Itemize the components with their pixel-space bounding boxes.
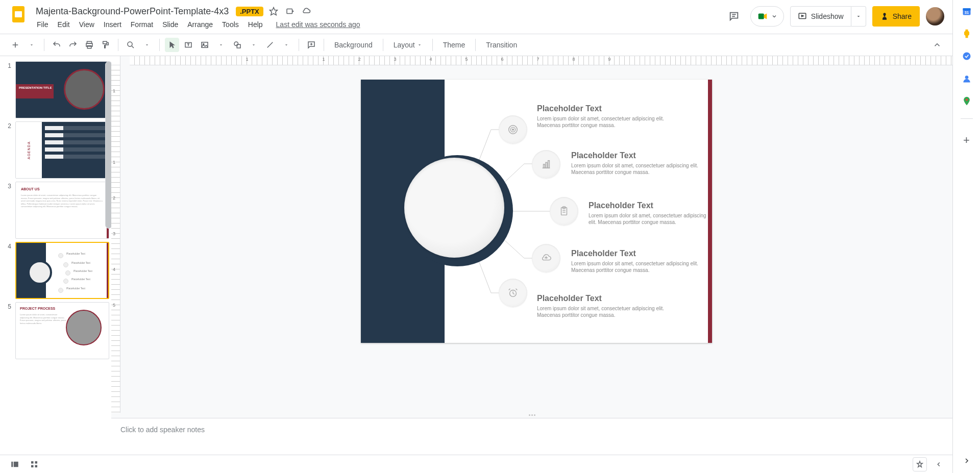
node-icon-target[interactable] <box>499 115 527 144</box>
node-icon-clipboard[interactable] <box>550 197 578 226</box>
layout-button[interactable]: Layout <box>388 38 427 52</box>
menu-format[interactable]: Format <box>127 18 157 31</box>
notes-resize-handle[interactable] <box>111 413 952 418</box>
print-button[interactable] <box>82 38 96 52</box>
background-button[interactable]: Background <box>329 38 378 52</box>
cloud-icon[interactable] <box>300 5 312 17</box>
explore-button[interactable] <box>913 457 927 471</box>
menu-file[interactable]: File <box>33 18 53 31</box>
tasks-icon[interactable] <box>962 51 972 61</box>
thumb-number: 2 <box>5 121 11 179</box>
last-edit[interactable]: Last edit was seconds ago <box>272 18 364 31</box>
calendar-icon[interactable]: 31 <box>962 6 972 16</box>
node-icon-clock[interactable] <box>499 279 527 307</box>
collapse-toolbar[interactable] <box>930 38 944 52</box>
slide[interactable]: Placeholder Text Lorem ipsum dolor sit a… <box>361 80 712 343</box>
select-tool[interactable] <box>165 38 179 52</box>
ruler-horizontal[interactable]: 1 1 2 3 4 5 6 7 8 9 <box>130 56 952 65</box>
svg-rect-1 <box>15 11 22 17</box>
svg-point-63 <box>963 53 970 60</box>
grid-view-button[interactable] <box>28 458 41 471</box>
node-icon-cloud[interactable] <box>532 244 560 272</box>
ruler-tick: 4 <box>113 267 115 272</box>
account-avatar[interactable] <box>926 7 944 26</box>
hide-panel-chevron[interactable] <box>933 459 944 470</box>
header: Majenta-Background-PowerPoint-Template-4… <box>0 0 952 34</box>
item-body: Lorem ipsum dolor sit amet, consectetuer… <box>571 162 709 176</box>
menu-help[interactable]: Help <box>244 18 267 31</box>
svg-marker-28 <box>220 44 222 45</box>
zoom-button[interactable] <box>124 38 138 52</box>
hide-side-panel[interactable] <box>962 456 972 466</box>
center-circle[interactable] <box>402 155 513 266</box>
svg-rect-6 <box>758 14 764 19</box>
slide-canvas[interactable]: Placeholder Text Lorem ipsum dolor sit a… <box>120 65 952 413</box>
item-body: Lorem ipsum dolor sit amet, consectetuer… <box>571 260 709 273</box>
image-dropdown[interactable] <box>214 38 228 52</box>
slide-item-4[interactable]: Placeholder Text Lorem ipsum dolor sit a… <box>571 249 709 273</box>
textbox-tool[interactable] <box>181 38 195 52</box>
svg-point-19 <box>128 42 132 46</box>
comments-icon[interactable] <box>724 6 744 27</box>
ruler-tick: 1 <box>113 160 115 165</box>
slides-logo[interactable] <box>8 4 29 24</box>
ruler-tick: 5 <box>113 303 115 308</box>
shape-dropdown[interactable] <box>247 38 261 52</box>
slide-item-3[interactable]: Placeholder Text Lorem ipsum dolor sit a… <box>589 201 712 226</box>
menu-tools[interactable]: Tools <box>218 18 243 31</box>
menu-edit[interactable]: Edit <box>54 18 74 31</box>
contacts-icon[interactable] <box>962 73 972 84</box>
keep-icon[interactable] <box>962 29 972 39</box>
svg-line-32 <box>267 42 273 48</box>
undo-button[interactable] <box>50 38 64 52</box>
slide-item-5[interactable]: Placeholder Text Lorem ipsum dolor sit a… <box>537 294 675 318</box>
slide-item-1[interactable]: Placeholder Text Lorem ipsum dolor sit a… <box>537 104 675 129</box>
thumb-number: 4 <box>5 242 11 299</box>
ruler-tick: 3 <box>113 231 115 236</box>
maps-icon[interactable] <box>962 96 972 106</box>
ruler-tick: 2 <box>113 195 115 201</box>
menu-insert[interactable]: Insert <box>100 18 126 31</box>
menu-view[interactable]: View <box>75 18 99 31</box>
ruler-tick: 2 <box>358 57 360 62</box>
slide-thumb-5[interactable]: 5 PROJECT PROCESS Lorem ipsum dolor sit … <box>5 302 109 359</box>
transition-button[interactable]: Transition <box>481 38 522 52</box>
paint-format-button[interactable] <box>99 38 113 52</box>
svg-point-64 <box>965 76 968 79</box>
slide-thumb-2[interactable]: 2 AGENDA <box>5 121 109 179</box>
slideshow-dropdown[interactable] <box>851 6 866 27</box>
new-slide-dropdown[interactable] <box>24 38 39 52</box>
filmstrip[interactable]: 1 PRESENTATION TITLE 2 AGENDA 3 ABOUT US <box>0 56 111 455</box>
slide-thumb-1[interactable]: 1 PRESENTATION TITLE <box>5 61 109 118</box>
item-body: Lorem ipsum dolor sit amet, consectetuer… <box>589 212 712 226</box>
ruler-vertical[interactable]: 1 1 2 3 4 5 <box>111 65 120 413</box>
slideshow-button[interactable]: Slideshow <box>790 6 851 27</box>
meet-button[interactable] <box>750 6 784 27</box>
svg-point-39 <box>512 129 514 131</box>
comment-tool[interactable] <box>304 38 318 52</box>
item-body: Lorem ipsum dolor sit amet, consectetuer… <box>537 115 675 129</box>
line-dropdown[interactable] <box>279 38 293 52</box>
slide-item-2[interactable]: Placeholder Text Lorem ipsum dolor sit a… <box>571 151 709 176</box>
line-tool[interactable] <box>263 38 277 52</box>
speaker-notes[interactable]: Click to add speaker notes <box>111 418 952 455</box>
node-icon-chart[interactable] <box>532 150 560 179</box>
filmstrip-scrollbar[interactable] <box>104 61 111 340</box>
add-addon-button[interactable]: + <box>962 135 972 145</box>
menu-slide[interactable]: Slide <box>158 18 182 31</box>
move-icon[interactable] <box>284 5 296 17</box>
zoom-dropdown[interactable] <box>140 38 154 52</box>
filmstrip-view-button[interactable] <box>8 458 21 471</box>
slide-thumb-3[interactable]: 3 ABOUT US Lorem ipsum dolor sit amet, c… <box>5 182 109 239</box>
doc-title[interactable]: Majenta-Background-PowerPoint-Template-4… <box>33 6 232 17</box>
redo-button[interactable] <box>66 38 80 52</box>
ruler-tick: 1 <box>322 57 325 62</box>
new-slide-button[interactable] <box>8 38 22 52</box>
theme-button[interactable]: Theme <box>438 38 471 52</box>
share-button[interactable]: Share <box>872 6 920 27</box>
image-tool[interactable] <box>198 38 212 52</box>
menu-arrange[interactable]: Arrange <box>183 18 217 31</box>
slide-thumb-4[interactable]: 4 Placeholder Text Placeholder Text Plac… <box>5 242 109 299</box>
star-icon[interactable] <box>267 5 280 17</box>
shape-tool[interactable] <box>230 38 244 52</box>
